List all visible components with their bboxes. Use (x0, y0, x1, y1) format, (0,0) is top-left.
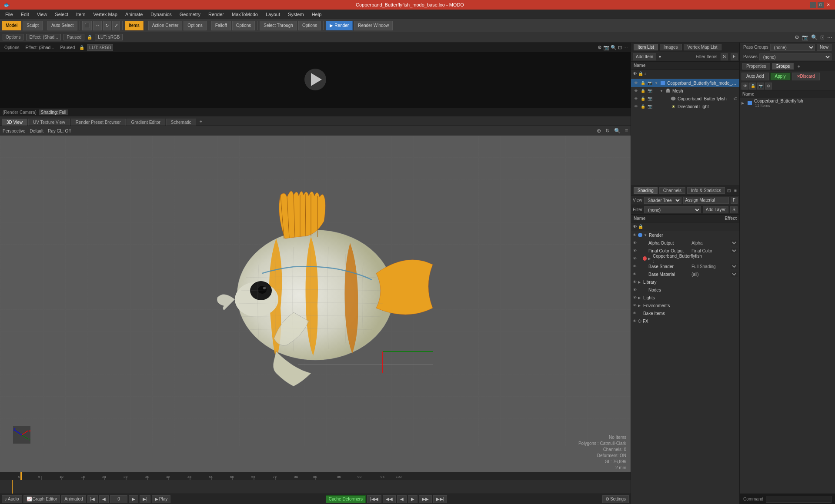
sh-eye-alpha[interactable]: 👁 (633, 241, 637, 245)
sh-eye-nodes[interactable]: 👁 (633, 288, 637, 292)
sh-eye-fx[interactable]: 👁 (633, 319, 637, 323)
preview-icon-4[interactable]: ⊡ (618, 45, 622, 50)
options3-button[interactable]: Options (298, 21, 321, 30)
add-item-button[interactable]: Add Item (633, 53, 656, 60)
preview-effect[interactable]: Effect: (Shad... (23, 45, 56, 50)
sh-icon-1[interactable]: 👁 (633, 224, 637, 229)
shading-expand-icon[interactable]: ⊡ (727, 188, 731, 193)
preview-icon-2[interactable]: 📷 (603, 45, 609, 50)
render-icon-fish[interactable]: 📷 (647, 96, 653, 102)
alpha-effect-dropdown[interactable]: ▼ (731, 240, 738, 245)
grp-icon-1[interactable]: 👁 (741, 83, 748, 90)
sh-eye-lib[interactable]: 👁 (633, 280, 637, 284)
shader-nodes[interactable]: 👁 ▶ Nodes (631, 286, 739, 294)
shader-s-key[interactable]: S (730, 206, 738, 213)
render-icon-scene[interactable]: 📷 (647, 80, 653, 86)
vp-fit-icon[interactable]: ⊡ (820, 34, 825, 40)
options2-button[interactable]: Options (232, 21, 255, 30)
menu-vertex-map[interactable]: Vertex Map (90, 11, 121, 18)
minimize-button[interactable]: ─ (810, 2, 816, 8)
auto-select-button[interactable]: Auto Select (47, 21, 77, 30)
auto-add-button[interactable]: Auto Add (741, 73, 769, 80)
shader-base-material[interactable]: 👁 ▶ Base Material (all) ▼ (631, 270, 739, 278)
lock-icon-fish[interactable]: 🔒 (640, 96, 646, 102)
viewport-3d[interactable]: Perspective Default Ray GL: Off ⊕ ↻ 🔍 ≡ (0, 126, 631, 472)
assign-material-dropdown[interactable]: Assign Material (683, 197, 729, 204)
options1-button[interactable]: Options (184, 21, 206, 30)
menu-edit[interactable]: Edit (17, 11, 33, 18)
filter-s-button[interactable]: S (721, 53, 728, 60)
sh-eye-render[interactable]: 👁 (633, 233, 637, 237)
effect-item[interactable]: Effect: (Shad... (26, 34, 61, 40)
eye-icon-fish[interactable]: 👁 (633, 96, 639, 102)
falloff-button[interactable]: Falloff (211, 21, 231, 30)
add-layer-btn[interactable]: Add Layer (703, 206, 729, 213)
sh-icon-2[interactable]: 🔒 (638, 224, 643, 229)
apply-button[interactable]: Apply (770, 73, 791, 80)
vp-settings-icon[interactable]: ⚙ (795, 34, 799, 40)
tab-3d-view[interactable]: 3D View (2, 119, 27, 126)
sculpt-button[interactable]: Sculpt (23, 21, 43, 30)
animated-button[interactable]: Animated (61, 495, 86, 503)
tree-item-scene[interactable]: 👁 🔒 📷 ▼ Copperband_Butterflyfish_modo_b … (631, 79, 739, 87)
action-center-button[interactable]: Action Center (148, 21, 183, 30)
group-item-copperband[interactable]: ▶ Copperband_Butterflyfish 11 Items (740, 99, 835, 107)
close-button[interactable]: ✕ (825, 2, 832, 8)
tab-shading[interactable]: Shading (634, 187, 658, 194)
sh-eye-env[interactable]: 👁 (633, 303, 637, 308)
add-item-arrow[interactable]: ▼ (658, 55, 662, 59)
sh-eye-base-shader[interactable]: 👁 (633, 264, 637, 269)
timeline-track[interactable] (0, 480, 631, 494)
transport-icon-6[interactable]: ▶▶| (433, 495, 448, 503)
vp-camera-icon[interactable]: 📷 (802, 34, 808, 40)
audio-button[interactable]: ♪ Audio (2, 495, 22, 503)
vp-rotate-icon[interactable]: ↻ (605, 128, 610, 134)
transport-icon-5[interactable]: ▶▶ (419, 495, 432, 503)
grp-icon-2[interactable]: 🔒 (749, 83, 756, 90)
prev-frame-button[interactable]: |◀ (87, 495, 98, 503)
il-icon-1[interactable]: 👁 (633, 71, 637, 76)
passes-dropdown[interactable]: (none) (759, 53, 832, 60)
grp-icon-3[interactable]: 📷 (757, 83, 764, 90)
sh-eye-base-mat[interactable]: 👁 (633, 272, 637, 276)
play-button-timeline[interactable]: ▶ Play (152, 495, 170, 503)
tab-schematic[interactable]: Schematic (166, 119, 196, 126)
il-icon-2[interactable]: 🔒 (638, 71, 643, 76)
lock-icon-light[interactable]: 🔒 (640, 103, 646, 109)
menu-dynamics[interactable]: Dynamics (147, 11, 175, 18)
menu-animate[interactable]: Animate (122, 11, 146, 18)
tab-vertex-map[interactable]: Vertex Map List (684, 44, 721, 50)
shader-base-shader[interactable]: 👁 ▶ Base Shader Full Shading ▼ (631, 262, 739, 270)
shader-lights[interactable]: 👁 ▶ Lights (631, 294, 739, 302)
tab-uv-texture[interactable]: UV Texture View (28, 119, 70, 126)
play-button[interactable] (304, 69, 326, 90)
transport-icon-2[interactable]: ◀◀ (383, 495, 396, 503)
menu-help[interactable]: Help (308, 11, 325, 18)
menu-render[interactable]: Render (205, 11, 227, 18)
lock-icon-mesh[interactable]: 🔒 (640, 88, 646, 94)
transform-btn-1[interactable]: ⬛ (82, 21, 92, 30)
transport-icon-4[interactable]: ▶ (408, 495, 418, 503)
sh-eye-bake[interactable]: 👁 (633, 311, 637, 315)
preview-lock-icon[interactable]: 🔒 (79, 45, 84, 50)
base-shader-dropdown[interactable]: ▼ (731, 264, 738, 269)
tab-info-stats[interactable]: Info & Statistics (687, 187, 725, 194)
menu-view[interactable]: View (33, 11, 51, 18)
lock-icon[interactable]: 🔒 (87, 35, 92, 40)
items-button[interactable]: Items (125, 21, 143, 30)
transform-btn-2[interactable]: ↔ (93, 21, 102, 30)
preview-options[interactable]: Options (3, 45, 21, 50)
sh-eye-final[interactable]: 👁 (633, 249, 637, 253)
vp-default-label[interactable]: Default (30, 129, 43, 133)
maximize-button[interactable]: □ (818, 2, 824, 8)
render-icon-mesh[interactable]: 📷 (647, 88, 653, 94)
tree-item-light[interactable]: 👁 🔒 📷 ▶ ☀ Directional Light (631, 103, 739, 110)
render-button[interactable]: ▶ Render (326, 21, 353, 30)
copper-arrow[interactable]: ▶ (648, 257, 653, 261)
options-item[interactable]: Options (3, 34, 23, 40)
transform-btn-3[interactable]: ↻ (103, 21, 111, 30)
shading-label[interactable]: Shading: Full (39, 109, 68, 115)
shader-f-key[interactable]: F (731, 197, 738, 204)
eye-icon-scene[interactable]: 👁 (633, 80, 639, 86)
step-back-button[interactable]: ◀ (99, 495, 109, 503)
